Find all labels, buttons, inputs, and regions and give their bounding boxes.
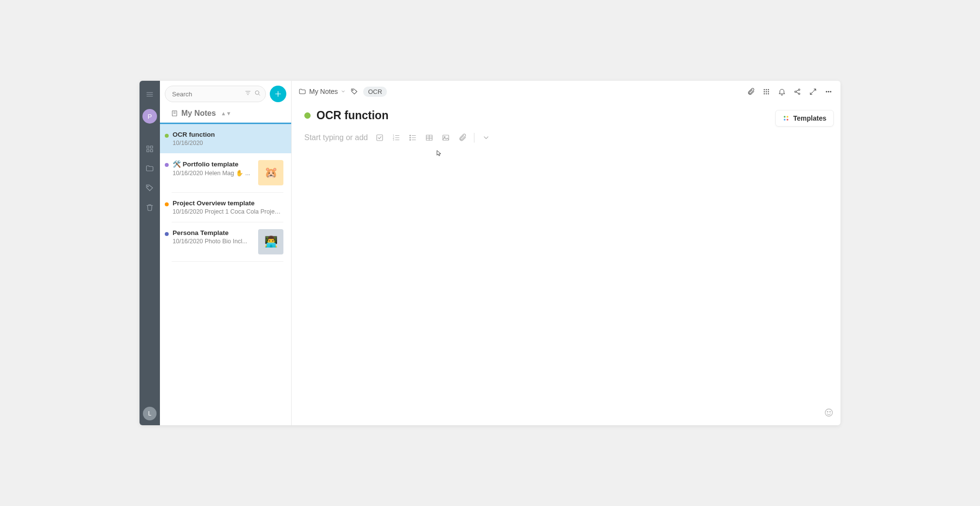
app-window: P L: [140, 81, 840, 425]
bullet-list-icon[interactable]: [408, 133, 418, 143]
breadcrumb-folder[interactable]: My Notes: [298, 88, 346, 95]
hamburger-icon[interactable]: [144, 89, 156, 100]
breadcrumb: My Notes OCR: [292, 81, 840, 102]
note-item[interactable]: Project Overview template 10/16/2020 Pro…: [160, 193, 291, 222]
separator: [172, 261, 283, 262]
note-item-meta: 10/16/2020 Project 1 Coca Cola Project 2…: [173, 208, 283, 215]
table-icon[interactable]: [424, 133, 434, 143]
editor-placeholder-row[interactable]: Start typing or add 123: [292, 124, 840, 151]
filter-icon[interactable]: [245, 90, 251, 98]
svg-point-39: [830, 412, 831, 413]
note-item-meta: 10/16/2020 Photo Bio Incl...: [173, 238, 254, 245]
svg-point-14: [764, 93, 764, 94]
svg-rect-35: [443, 135, 449, 141]
note-thumbnail: 🐹: [258, 160, 283, 185]
breadcrumb-label: My Notes: [309, 88, 338, 95]
user-avatar[interactable]: L: [143, 407, 157, 420]
status-dot: [165, 163, 169, 167]
note-title[interactable]: OCR function: [316, 109, 388, 122]
separator: [474, 133, 474, 143]
note-thumbnail: 👨‍💻: [258, 229, 283, 254]
left-rail: P L: [140, 81, 160, 425]
status-dot: [165, 232, 169, 236]
sort-icon: ▲▼: [221, 110, 231, 116]
attach-icon[interactable]: [457, 133, 467, 143]
chevron-down-icon[interactable]: [481, 133, 491, 143]
templates-label: Templates: [793, 114, 826, 122]
note-item-title: Project Overview template: [173, 199, 283, 207]
note-item-meta: 10/16/2020 Helen Mag ✋ ...: [173, 169, 254, 177]
svg-point-5: [255, 91, 259, 95]
svg-point-12: [766, 91, 766, 91]
svg-point-11: [764, 91, 764, 91]
note-item-meta: 10/16/2020: [173, 140, 283, 146]
note-item-title: Persona Template: [173, 229, 254, 236]
notebook-title: My Notes: [181, 109, 216, 118]
search-wrap: [165, 86, 266, 102]
checkbox-icon[interactable]: [375, 133, 385, 143]
svg-rect-27: [377, 135, 383, 141]
share-icon[interactable]: [792, 86, 803, 97]
note-title-row: OCR function: [292, 102, 840, 124]
notebook-header[interactable]: My Notes ▲▼: [160, 106, 291, 123]
svg-point-33: [410, 140, 411, 141]
numbered-list-icon[interactable]: 123: [391, 133, 401, 143]
tag-icon[interactable]: [350, 88, 358, 95]
tag-icon[interactable]: [144, 182, 156, 194]
svg-point-9: [766, 89, 766, 90]
svg-point-21: [828, 91, 829, 92]
svg-point-13: [768, 91, 769, 91]
svg-rect-3: [151, 150, 153, 152]
svg-point-10: [768, 89, 769, 90]
workspace-avatar[interactable]: P: [142, 109, 157, 124]
note-item[interactable]: OCR function 10/16/2020: [160, 123, 291, 153]
svg-point-23: [784, 116, 786, 118]
note-list: OCR function 10/16/2020 🛠️ Portfolio tem…: [160, 123, 291, 425]
svg-point-36: [444, 136, 445, 137]
status-dot: [165, 134, 169, 138]
svg-point-4: [147, 186, 148, 187]
editor-placeholder: Start typing or add: [304, 133, 368, 142]
note-item-title: OCR function: [173, 131, 283, 138]
svg-point-8: [764, 89, 764, 90]
svg-rect-1: [151, 146, 153, 148]
svg-point-38: [827, 412, 828, 413]
svg-point-37: [825, 409, 833, 416]
svg-point-20: [826, 91, 827, 92]
note-color-dot[interactable]: [304, 112, 311, 119]
svg-point-31: [410, 135, 411, 136]
svg-point-22: [830, 91, 831, 92]
svg-text:3: 3: [393, 139, 394, 141]
note-tag[interactable]: OCR: [363, 87, 387, 97]
note-editor: My Notes OCR OCR function Templates Star…: [292, 81, 840, 425]
trash-icon[interactable]: [144, 201, 156, 213]
expand-icon[interactable]: [807, 86, 818, 97]
note-item[interactable]: 🛠️ Portfolio template 10/16/2020 Helen M…: [160, 153, 291, 192]
new-note-button[interactable]: [270, 86, 286, 102]
search-icon[interactable]: [254, 90, 261, 99]
grid-icon[interactable]: [761, 86, 771, 97]
svg-point-26: [787, 119, 788, 121]
svg-point-24: [787, 116, 788, 118]
note-item-title: 🛠️ Portfolio template: [173, 160, 254, 168]
folder-icon[interactable]: [144, 163, 156, 174]
svg-point-7: [352, 90, 353, 91]
image-icon[interactable]: [441, 133, 451, 143]
chevron-down-icon: [341, 89, 346, 94]
status-dot: [165, 202, 169, 206]
svg-rect-0: [147, 146, 149, 148]
sidebar-top: [160, 81, 291, 106]
svg-point-25: [784, 119, 786, 121]
bell-icon[interactable]: [776, 86, 787, 97]
more-icon[interactable]: [823, 86, 834, 97]
svg-point-15: [766, 93, 766, 94]
svg-rect-2: [147, 150, 149, 152]
attachment-icon[interactable]: [745, 86, 756, 97]
note-item[interactable]: Persona Template 10/16/2020 Photo Bio In…: [160, 222, 291, 261]
dashboard-icon[interactable]: [144, 143, 156, 155]
note-list-sidebar: My Notes ▲▼ OCR function 10/16/2020 🛠️ P…: [160, 81, 292, 425]
svg-point-32: [410, 137, 411, 138]
hammer-icon: 🛠️: [173, 160, 181, 168]
templates-button[interactable]: Templates: [775, 110, 834, 126]
emoji-icon[interactable]: [824, 408, 834, 419]
